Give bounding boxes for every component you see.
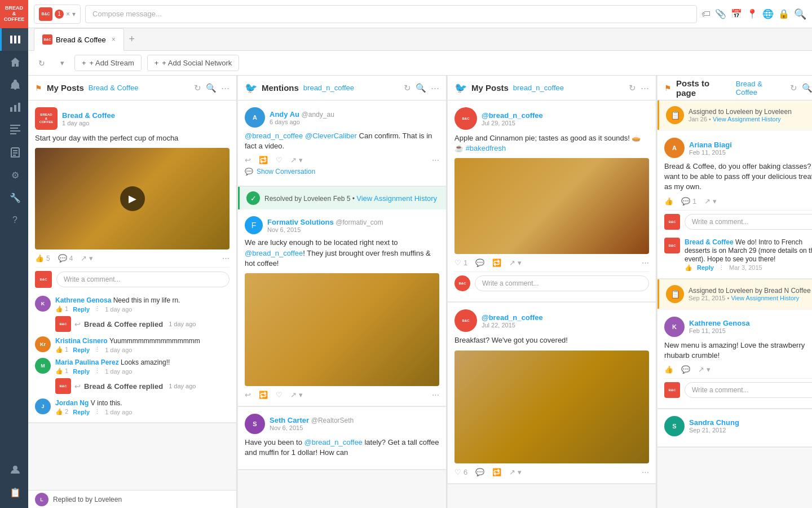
- close-icon[interactable]: ×: [66, 10, 70, 18]
- like-action-ariana[interactable]: 👍: [664, 197, 673, 205]
- sidebar-item-tools[interactable]: 🔧: [0, 186, 28, 209]
- sidebar-item-user[interactable]: [0, 458, 28, 481]
- comment-author-bc-ariana[interactable]: Bread & Coffee: [685, 238, 735, 246]
- attachment-icon[interactable]: 📎: [715, 8, 726, 19]
- comment-more-bc-ariana[interactable]: ⋮: [718, 264, 725, 271]
- lock-icon[interactable]: 🔒: [778, 8, 789, 19]
- col-refresh-icon[interactable]: ↻: [194, 83, 201, 93]
- comment-input-ariana[interactable]: Write a comment...: [685, 214, 812, 230]
- comment-action-ariana[interactable]: 💬 1: [681, 197, 696, 205]
- calendar-icon[interactable]: 📅: [731, 8, 742, 19]
- comment-like-jordan[interactable]: 👍 2: [55, 408, 68, 415]
- share-action-ariana[interactable]: ↗ ▾: [704, 197, 717, 205]
- comment-author-kathrene[interactable]: Kathrene Genosa: [55, 296, 113, 304]
- like-action-pie[interactable]: ♡ 1: [454, 259, 467, 267]
- tab-add-button[interactable]: +: [124, 32, 140, 47]
- comment-action-croissant[interactable]: 💬: [475, 468, 484, 476]
- col-more-icon-m[interactable]: ⋯: [431, 83, 439, 93]
- refresh-button[interactable]: ↻: [34, 55, 50, 71]
- comment-action[interactable]: 💬 4: [58, 254, 73, 262]
- comment-action-pie[interactable]: 💬: [475, 259, 484, 267]
- comment-more-jordan[interactable]: ⋮: [94, 408, 100, 415]
- mention-link-bc[interactable]: @bread_n_coffee: [245, 132, 303, 140]
- share-action[interactable]: ↗ ▾: [81, 254, 93, 262]
- resolved-link[interactable]: View Assignment History: [356, 194, 437, 203]
- heart-action-andy[interactable]: ♡: [276, 156, 283, 164]
- sidebar-item-home[interactable]: [0, 51, 28, 73]
- sidebar-item-content[interactable]: [0, 141, 28, 164]
- post-author-bc[interactable]: Bread & Coffee: [62, 111, 115, 120]
- post-author-kathrene-page[interactable]: Kathrene Genosa: [689, 319, 750, 327]
- account-selector[interactable]: B&C 1 × ▾: [34, 5, 81, 24]
- heart-action-formativ[interactable]: ♡: [276, 391, 283, 399]
- comment-like-kristina[interactable]: 👍 1: [55, 346, 68, 353]
- mention-link-cc[interactable]: @CleverCaliber: [305, 132, 357, 140]
- mention-link-bc2[interactable]: @bread_n_coffee: [245, 249, 303, 257]
- comment-input-pie[interactable]: Write a comment...: [475, 275, 649, 291]
- comment-more-kathrene[interactable]: ⋮: [94, 305, 100, 313]
- comment-author-kristina[interactable]: Kristina Cisnero: [55, 337, 109, 345]
- comment-author-jordan[interactable]: Jordan Ng: [55, 399, 91, 407]
- like-action[interactable]: 👍 5: [35, 254, 50, 262]
- col-search-icon-col4[interactable]: 🔍: [802, 83, 812, 93]
- sidebar-item-publishing[interactable]: [0, 119, 28, 141]
- sidebar-item-analytics[interactable]: [0, 96, 28, 119]
- tag-icon[interactable]: 🏷: [701, 9, 710, 19]
- comment-author-maria[interactable]: Maria Paulina Perez: [55, 358, 121, 366]
- share-action-pie[interactable]: ↗ ▾: [509, 259, 522, 267]
- retweet-action-andy[interactable]: 🔁: [259, 156, 268, 164]
- more-action-andy[interactable]: ⋯: [432, 156, 439, 164]
- post-handle-tw1[interactable]: @bread_n_coffee: [482, 111, 543, 120]
- comment-like-maria[interactable]: 👍 1: [55, 367, 68, 375]
- col-search-icon-m[interactable]: 🔍: [416, 83, 426, 93]
- col-refresh-icon-m[interactable]: ↻: [404, 83, 411, 93]
- reply-action-andy[interactable]: ↩: [245, 156, 251, 164]
- assignment-link-1[interactable]: View Assignment History: [713, 116, 781, 122]
- comment-action-kathrene-page[interactable]: 💬: [681, 365, 690, 374]
- comment-input-kathrene-page[interactable]: Write a comment...: [685, 382, 812, 398]
- more-action-croissant[interactable]: ⋯: [642, 468, 649, 476]
- globe-icon[interactable]: 🌐: [762, 8, 774, 19]
- share-action-andy[interactable]: ↗ ▾: [290, 156, 303, 164]
- play-button[interactable]: ▶: [120, 186, 145, 211]
- col-more-icon[interactable]: ⋯: [221, 83, 230, 93]
- comment-reply-maria[interactable]: Reply: [73, 368, 90, 375]
- comment-more-maria[interactable]: ⋮: [94, 367, 100, 375]
- app-logo[interactable]: BREAD&COFFEE: [0, 0, 28, 28]
- tab-bread-coffee[interactable]: B&C Bread & Coffee ×: [34, 28, 124, 51]
- post-author-formativ[interactable]: Formativ Solutions: [267, 218, 336, 226]
- share-action-formativ[interactable]: ↗ ▾: [290, 391, 303, 399]
- topbar-search[interactable]: 🔍: [794, 8, 806, 20]
- hashtag-bakedfresh[interactable]: #bakedfresh: [466, 144, 506, 152]
- retweet-action-pie[interactable]: 🔁: [492, 259, 501, 267]
- show-conversation-btn[interactable]: 💬 Show Conversation: [245, 164, 439, 179]
- add-social-network-button[interactable]: + + Add Social Network: [147, 55, 240, 71]
- compose-input[interactable]: Compose message...: [85, 5, 697, 23]
- col-more-icon-col3[interactable]: ⋯: [641, 83, 649, 93]
- comment-like-kathrene[interactable]: 👍 1: [55, 305, 68, 313]
- share-action-kathrene-page[interactable]: ↗ ▾: [698, 365, 710, 374]
- share-action-croissant[interactable]: ↗ ▾: [509, 468, 522, 476]
- col-refresh-icon-col3[interactable]: ↻: [629, 83, 636, 93]
- sidebar-item-streams[interactable]: [0, 28, 28, 51]
- post-author-seth[interactable]: Seth Carter: [270, 416, 311, 424]
- col-search-icon[interactable]: 🔍: [206, 83, 217, 93]
- comment-reply-jordan[interactable]: Reply: [73, 409, 90, 415]
- more-action-pie[interactable]: ⋯: [642, 259, 649, 267]
- like-action-kathrene-page[interactable]: 👍: [664, 365, 673, 374]
- post-handle-tw2[interactable]: @bread_n_coffee: [482, 313, 543, 322]
- col-refresh-icon-col4[interactable]: ↻: [790, 83, 797, 93]
- sidebar-item-help[interactable]: ?: [0, 209, 28, 231]
- more-action-formativ[interactable]: ⋯: [432, 391, 439, 399]
- mention-link-bc3[interactable]: @bread_n_coffee: [304, 438, 363, 446]
- add-stream-button[interactable]: + + Add Stream: [74, 55, 142, 71]
- comment-like-bc-ariana[interactable]: 👍: [685, 264, 692, 271]
- post-author-sandra[interactable]: Sandra Chung: [689, 418, 739, 427]
- reply-action-formativ[interactable]: ↩: [245, 391, 251, 399]
- comment-reply-kathrene[interactable]: Reply: [73, 306, 90, 313]
- location-icon[interactable]: 📍: [747, 8, 758, 19]
- assignment-link-2[interactable]: View Assignment History: [731, 295, 799, 301]
- more-action[interactable]: ⋯: [222, 254, 230, 262]
- retweet-action-formativ[interactable]: 🔁: [259, 391, 268, 399]
- like-action-croissant[interactable]: ♡ 6: [454, 468, 467, 476]
